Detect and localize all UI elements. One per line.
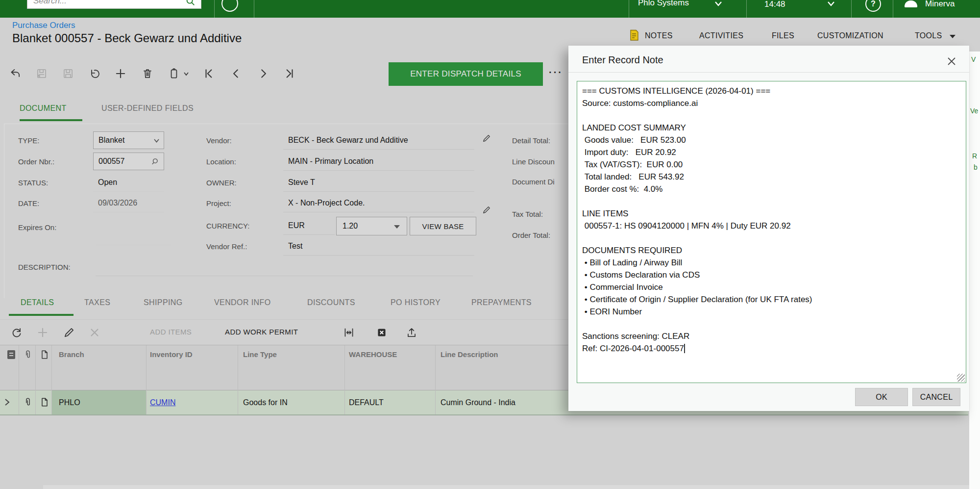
field-underline <box>93 191 164 192</box>
back-arrow-icon[interactable] <box>9 67 22 80</box>
refresh-icon[interactable] <box>10 326 23 339</box>
next-record-icon[interactable] <box>257 67 270 80</box>
business-date-clock-icon[interactable] <box>221 0 238 12</box>
tenant-menu[interactable]: Phlo Systems <box>638 0 689 8</box>
side-panel-link-fragment[interactable]: V <box>971 55 976 63</box>
edit-pencil-icon[interactable] <box>482 133 491 143</box>
column-header-warehouse[interactable]: WAREHOUSE <box>349 350 397 359</box>
last-record-icon[interactable] <box>283 67 295 80</box>
topbar-divider <box>746 0 747 18</box>
fit-width-icon[interactable] <box>343 326 355 339</box>
tab-user-defined-fields[interactable]: USER-DEFINED FIELDS <box>101 104 194 113</box>
search-input[interactable]: Search... <box>27 0 201 9</box>
row-expand-chevron-icon[interactable] <box>3 397 12 407</box>
date-value[interactable]: 09/03/2026 <box>98 199 137 207</box>
order-nbr-field[interactable]: 000557 <box>93 153 164 170</box>
project-value[interactable]: X - Non-Project Code. <box>288 199 365 207</box>
cell-line-type[interactable]: Goods for IN <box>243 398 288 407</box>
attachments-column-icon[interactable] <box>23 349 33 360</box>
ok-button[interactable]: OK <box>855 388 908 406</box>
row-document-icon[interactable] <box>39 396 50 408</box>
column-header-line-description[interactable]: Line Description <box>441 350 498 359</box>
tab-shipping[interactable]: SHIPPING <box>144 298 183 307</box>
more-actions-button[interactable]: ··· <box>549 67 563 78</box>
enter-dispatch-details-button[interactable]: ENTER DISPATCH DETAILS <box>389 62 543 86</box>
edit-pencil-icon[interactable] <box>482 205 491 215</box>
undo-icon[interactable] <box>88 67 101 80</box>
menu-notes[interactable]: NOTES <box>645 31 673 40</box>
tab-po-history[interactable]: PO HISTORY <box>391 298 441 307</box>
chevron-down-icon[interactable] <box>183 72 189 76</box>
tab-discounts[interactable]: DISCOUNTS <box>307 298 355 307</box>
tab-document[interactable]: DOCUMENT <box>20 104 67 113</box>
copy-paste-icon[interactable] <box>168 67 180 80</box>
save-icon[interactable] <box>62 67 74 80</box>
column-header-inventory-id[interactable]: Inventory ID <box>150 350 193 359</box>
breadcrumb[interactable]: Purchase Orders <box>12 21 75 30</box>
horizontal-scrollbar[interactable] <box>43 485 980 489</box>
currency-code[interactable]: EUR <box>288 221 305 230</box>
close-icon[interactable] <box>947 56 956 66</box>
previous-record-icon[interactable] <box>230 67 243 80</box>
vendor-value[interactable]: BECK - Beck Gewarz und Additive <box>288 136 408 145</box>
note-textarea[interactable]: === CUSTOMS INTELLIGENCE (2026-04-01) ==… <box>577 81 966 383</box>
description-label: DESCRIPTION: <box>18 263 71 271</box>
menu-customization[interactable]: CUSTOMIZATION <box>817 31 883 40</box>
dialog-divider <box>568 72 969 73</box>
add-row-icon[interactable] <box>36 326 49 339</box>
row-attachment-icon[interactable] <box>23 396 33 408</box>
purchase-order-page: Search... Phlo Systems 14:48 ? Minerva P… <box>0 0 980 489</box>
side-panel-strip[interactable]: V Ve R b <box>969 51 980 489</box>
document-column-icon[interactable] <box>39 349 50 360</box>
description-field[interactable] <box>96 276 473 276</box>
delete-icon[interactable] <box>141 67 154 80</box>
user-name[interactable]: Minerva <box>925 0 955 9</box>
add-record-icon[interactable] <box>114 67 127 80</box>
export-excel-icon[interactable] <box>375 326 388 339</box>
user-avatar-icon[interactable] <box>905 0 917 7</box>
active-tab-underline <box>20 119 82 121</box>
add-work-permit-button[interactable]: ADD WORK PERMIT <box>225 328 298 336</box>
vendor-ref-label: Vendor Ref.: <box>206 242 247 251</box>
expires-on-field[interactable] <box>96 245 172 245</box>
owner-value[interactable]: Steve T <box>288 178 315 187</box>
cancel-button[interactable]: CANCEL <box>912 388 960 406</box>
tax-total-label: Tax Total: <box>512 210 543 218</box>
menu-tools[interactable]: TOOLS <box>915 31 942 40</box>
side-panel-link-fragment[interactable]: Ve <box>970 107 978 115</box>
topbar-divider <box>851 0 852 18</box>
tab-details[interactable]: DETAILS <box>21 298 54 307</box>
upload-icon[interactable] <box>405 326 418 339</box>
currency-rate-select[interactable]: 1.20 <box>336 217 407 235</box>
view-base-button[interactable]: VIEW BASE <box>410 217 476 235</box>
side-panel-link-fragment[interactable]: b <box>974 163 978 171</box>
topbar-divider <box>214 0 215 18</box>
row-notes-column-icon[interactable] <box>6 349 16 360</box>
menu-files[interactable]: FILES <box>772 31 794 40</box>
first-record-icon[interactable] <box>203 67 216 80</box>
resize-handle-icon[interactable] <box>957 374 965 382</box>
column-header-branch[interactable]: Branch <box>59 350 84 359</box>
cell-branch[interactable]: PHLO <box>59 398 80 407</box>
side-panel-link-fragment[interactable]: R <box>972 152 977 160</box>
chevron-down-icon[interactable] <box>827 1 835 7</box>
cell-inventory-id-link[interactable]: CUMIN <box>150 398 175 407</box>
tab-taxes[interactable]: TAXES <box>84 298 110 307</box>
add-items-button[interactable]: ADD ITEMS <box>150 328 192 336</box>
time-display[interactable]: 14:48 <box>764 0 785 9</box>
tab-prepayments[interactable]: PREPAYMENTS <box>471 298 532 307</box>
cell-warehouse[interactable]: DEFAULT <box>349 398 384 407</box>
type-select[interactable]: Blanket <box>93 131 164 149</box>
tab-vendor-info[interactable]: VENDOR INFO <box>214 298 271 307</box>
lookup-icon[interactable] <box>151 157 160 166</box>
save-close-icon[interactable] <box>35 67 48 80</box>
column-header-line-type[interactable]: Line Type <box>243 350 277 359</box>
cell-line-description[interactable]: Cumin Ground - India <box>441 398 515 407</box>
menu-activities[interactable]: ACTIVITIES <box>699 31 743 40</box>
help-icon[interactable]: ? <box>865 0 881 12</box>
location-value[interactable]: MAIN - Primary Location <box>288 157 373 166</box>
grid-column-line <box>238 345 238 414</box>
edit-row-icon[interactable] <box>63 326 75 339</box>
delete-row-icon[interactable] <box>88 326 101 339</box>
vendor-ref-value[interactable]: Test <box>288 242 302 251</box>
